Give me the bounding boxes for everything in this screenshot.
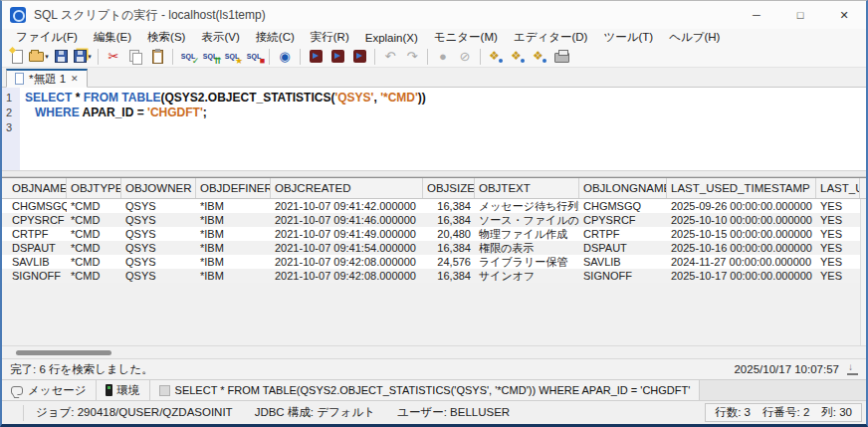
printer-icon[interactable] (551, 47, 571, 67)
redo-icon: ↷ (402, 47, 422, 67)
save-icon[interactable] (51, 47, 71, 67)
tab-messages[interactable]: メッセージ (2, 380, 97, 400)
run-sql-scripts-window: SQL スクリプトの実行 - localhost(ls1temp) ─ □ ✕ … (0, 0, 868, 427)
sql-examples-icon[interactable]: SQL★ (222, 47, 242, 67)
tab-close-icon[interactable]: ✕ (71, 74, 79, 84)
vertical-scrollbar[interactable] (860, 199, 866, 345)
editor-tab-untitled-1[interactable]: *無題 1 ✕ (6, 69, 88, 88)
tab-sql-statement[interactable]: SELECT * FROM TABLE(QSYS2.OBJECT_STATIST… (150, 380, 701, 400)
toolbar: ▾▾✂SQL✓SQL⇈SQL★SQL■◉↶↷●⊘ (2, 46, 866, 68)
reconnect-icon[interactable] (530, 47, 549, 67)
environment-icon (106, 384, 112, 396)
open-script-icon[interactable]: ▾ (29, 47, 49, 67)
column-number: 列: 30 (821, 405, 852, 420)
table-cell: 物理ファイル作成 (475, 227, 579, 241)
table-cell: YES (816, 199, 860, 213)
table-cell: 2021-10-07 09:41:54.000000 (271, 241, 423, 255)
paste-icon (152, 50, 163, 64)
run-all-icon[interactable] (306, 47, 326, 67)
jdbc-config: JDBC 構成: デフォルト (255, 405, 375, 420)
menu-tools[interactable]: ツール(T) (595, 30, 661, 45)
table-row[interactable]: SAVLIB*CMDQSYS*IBM2021-10-07 09:42:08.00… (2, 255, 866, 269)
table-cell: QSYS (121, 255, 196, 269)
table-cell: 2025-10-15 00:00:00.000000 (667, 227, 816, 241)
editor-line: 1SELECT * FROM TABLE(QSYS2.OBJECT_STATIS… (2, 91, 866, 106)
dropdown-caret-icon[interactable]: ▾ (45, 53, 49, 61)
results-grid: CHGMSGQ*CMDQSYS*IBM2021-10-07 09:41:42.0… (2, 199, 866, 345)
menu-editor[interactable]: エディター(D) (506, 30, 596, 45)
printer-icon (554, 53, 569, 63)
column-header-objdefiner[interactable]: OBJDEFINER (196, 178, 271, 198)
sql-editor[interactable]: 1SELECT * FROM TABLE(QSYS2.OBJECT_STATIS… (2, 88, 866, 171)
menu-monitor[interactable]: モニター(M) (426, 30, 506, 45)
table-row[interactable]: CPYSRCF*CMDQSYS*IBM2021-10-07 09:41:46.0… (2, 213, 866, 227)
column-header-objtype[interactable]: OBJTYPE (67, 178, 121, 198)
column-header-last_us[interactable]: LAST_US (816, 178, 860, 198)
line-number: 2 (2, 106, 20, 120)
stop-icon: ● (433, 47, 453, 67)
table-cell: 16,384 (423, 241, 475, 255)
column-header-objname[interactable]: OBJNAME (8, 178, 67, 198)
paste-icon[interactable] (147, 47, 167, 67)
table-cell: 2024-11-27 00:00:00.000000 (667, 255, 816, 269)
copy-icon[interactable] (125, 47, 145, 67)
menu-explain[interactable]: Explain(X) (357, 32, 426, 44)
save-as-icon (74, 50, 87, 63)
undo-icon: ↶ (380, 47, 400, 67)
download-results-icon[interactable] (847, 364, 858, 375)
toolbar-separator (269, 49, 270, 65)
connect-icon (489, 50, 503, 63)
table-row[interactable]: SIGNOFF*CMDQSYS*IBM2021-10-07 09:42:08.0… (2, 269, 866, 283)
table-row[interactable]: CRTPF*CMDQSYS*IBM2021-10-07 09:41:49.000… (2, 227, 866, 241)
column-header-objowner[interactable]: OBJOWNER (121, 178, 196, 198)
menu-search[interactable]: 検索(S) (139, 30, 193, 45)
horizontal-scrollbar[interactable] (2, 345, 866, 358)
disconnect-icon[interactable] (508, 47, 528, 67)
menu-edit[interactable]: 編集(E) (86, 30, 139, 45)
sql-stop-icon[interactable]: SQL■ (244, 47, 264, 67)
table-cell: CRTPF (579, 227, 667, 241)
run-selected-icon[interactable] (327, 47, 347, 67)
column-header-objlongname[interactable]: OBJLONGNAME (579, 178, 667, 198)
run-timestamp: 2025/10/17 10:07:57 (734, 363, 839, 375)
dropdown-caret-icon[interactable]: ▾ (88, 53, 92, 61)
horizontal-scrollbar-thumb[interactable] (16, 350, 111, 355)
window-title: SQL スクリプトの実行 - localhost(ls1temp) (34, 7, 266, 24)
table-cell: *CMD (67, 199, 121, 213)
cancel-request-icon: ⊘ (455, 47, 475, 67)
toolbar-separator (98, 49, 99, 65)
completion-message: 完了: 6 行を検索しました。 (10, 362, 153, 377)
table-cell: QSYS (121, 241, 196, 255)
table-row[interactable]: DSPAUT*CMDQSYS*IBM2021-10-07 09:41:54.00… (2, 241, 866, 255)
connect-icon[interactable] (486, 47, 506, 67)
close-button[interactable]: ✕ (822, 1, 866, 29)
run-all-icon (310, 50, 323, 63)
column-header-objtext[interactable]: OBJTEXT (475, 178, 579, 198)
table-cell: *CMD (67, 255, 121, 269)
row-count: 行数: 3 (715, 405, 751, 420)
maximize-button[interactable]: □ (778, 1, 822, 29)
menu-connection[interactable]: 接続(C) (248, 30, 303, 45)
new-script-icon[interactable] (7, 47, 27, 67)
line-number: 1 (2, 91, 20, 106)
table-cell: CHGMSGQ (579, 199, 667, 213)
sql-check-syntax-icon[interactable]: SQL✓ (178, 47, 198, 67)
tab-environment[interactable]: 環境 (97, 380, 150, 400)
jdbc-configuration-icon[interactable]: ◉ (275, 47, 295, 67)
column-header-objsize[interactable]: OBJSIZE (423, 178, 475, 198)
table-cell: *CMD (67, 241, 121, 255)
sql-format-icon[interactable]: SQL⇈ (200, 47, 220, 67)
minimize-button[interactable]: ─ (735, 1, 778, 29)
table-cell: YES (816, 269, 860, 283)
table-row[interactable]: CHGMSGQ*CMDQSYS*IBM2021-10-07 09:41:42.0… (2, 199, 866, 213)
column-header-objcreated[interactable]: OBJCREATED (271, 178, 423, 198)
menu-file[interactable]: ファイル(F) (8, 30, 86, 45)
column-header-last_used_timestamp[interactable]: LAST_USED_TIMESTAMP (667, 178, 816, 198)
menu-run[interactable]: 実行(R) (303, 30, 357, 45)
menu-help[interactable]: ヘルプ(H) (661, 30, 728, 45)
menu-view[interactable]: 表示(V) (193, 30, 247, 45)
run-from-selected-icon[interactable] (349, 47, 369, 67)
cut-icon[interactable]: ✂ (104, 47, 123, 67)
save-as-icon[interactable]: ▾ (73, 47, 93, 67)
table-cell: CPYSRCF (8, 213, 67, 227)
